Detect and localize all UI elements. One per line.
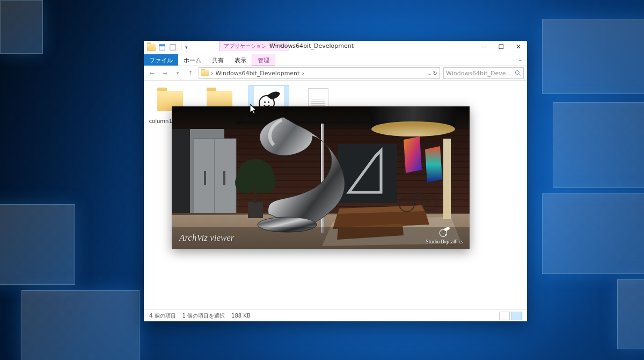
tab-share[interactable]: 共有 xyxy=(207,54,229,66)
status-item-count: 4 個の項目 xyxy=(149,312,176,320)
svg-point-64 xyxy=(445,234,447,236)
back-button[interactable]: ← xyxy=(147,68,157,78)
ribbon-collapse-icon[interactable]: ⌄ xyxy=(514,54,527,66)
address-refresh-icon[interactable]: ↻ xyxy=(433,70,437,76)
status-selection: 1 個の項目を選択 xyxy=(182,312,225,320)
search-box[interactable]: Windows64bit_Development... xyxy=(443,67,524,79)
tab-home[interactable]: ホーム xyxy=(178,54,207,66)
breadcrumb-sep: › xyxy=(302,70,304,77)
status-size: 188 KB xyxy=(231,313,251,319)
svg-point-7 xyxy=(268,102,269,103)
splash-logo: Studio DigitalPics xyxy=(426,225,463,244)
close-button[interactable]: ✕ xyxy=(510,41,527,53)
svg-point-3 xyxy=(516,71,519,75)
view-details-button[interactable] xyxy=(499,312,510,320)
tab-file[interactable]: ファイル xyxy=(144,54,178,66)
window-title: Windows64bit_Development xyxy=(269,42,354,49)
forward-button[interactable]: → xyxy=(160,68,170,78)
ribbon-tabs: ファイル ホーム 共有 表示 管理 ⌄ xyxy=(144,54,527,66)
splash-window[interactable]: ArchViz viewer Studio DigitalPics xyxy=(172,106,470,249)
svg-rect-2 xyxy=(170,45,176,51)
nav-row: ← → ▾ ↑ › Windows64bit_Development › ⌄ ↻… xyxy=(144,66,527,81)
quick-access-toolbar: ▾ xyxy=(147,42,188,52)
splash-title: ArchViz viewer xyxy=(179,233,234,243)
view-icons-button[interactable] xyxy=(511,312,522,320)
tab-manage[interactable]: 管理 xyxy=(252,54,275,66)
titlebar[interactable]: ▾ アプリケーション ツール Windows64bit_Development … xyxy=(144,41,527,54)
svg-rect-1 xyxy=(159,45,165,47)
maximize-button[interactable]: ☐ xyxy=(493,41,510,53)
svg-line-4 xyxy=(519,74,521,76)
search-icon xyxy=(515,70,521,76)
address-bar[interactable]: › Windows64bit_Development › ⌄ ↻ xyxy=(199,67,440,79)
splash-logo-text: Studio DigitalPics xyxy=(426,240,463,244)
address-dropdown-icon[interactable]: ⌄ xyxy=(427,70,431,76)
up-button[interactable]: ↑ xyxy=(186,68,195,78)
cursor-icon xyxy=(250,104,259,115)
qat-new-icon[interactable] xyxy=(169,43,177,52)
minimize-button[interactable]: — xyxy=(475,41,493,53)
qat-folder-icon[interactable] xyxy=(147,43,156,52)
tab-view[interactable]: 表示 xyxy=(229,54,252,66)
qat-dropdown-icon[interactable]: ▾ xyxy=(185,45,188,50)
breadcrumb-sep: › xyxy=(211,70,213,77)
address-folder-icon xyxy=(201,70,209,76)
svg-point-6 xyxy=(264,102,266,103)
status-bar: 4 個の項目 1 個の項目を選択 188 KB xyxy=(144,309,527,321)
qat-properties-icon[interactable] xyxy=(158,43,166,52)
breadcrumb[interactable]: Windows64bit_Development xyxy=(215,70,299,77)
recent-dropdown-icon[interactable]: ▾ xyxy=(173,68,182,78)
splash-rendering xyxy=(172,106,470,249)
search-placeholder: Windows64bit_Development... xyxy=(446,70,513,77)
